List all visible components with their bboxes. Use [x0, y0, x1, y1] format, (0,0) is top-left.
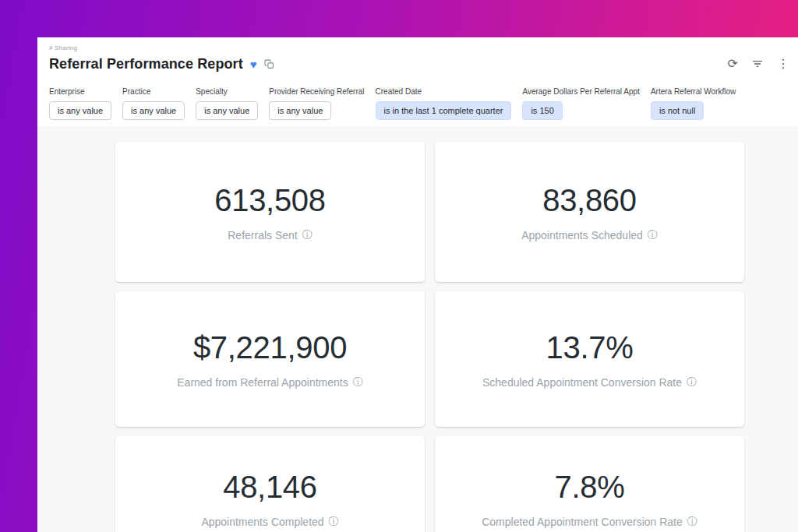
kpi-tile-appointments-scheduled: 83,860 Appointments Scheduled ⓘ: [435, 142, 744, 282]
filter-created-date: Created Date is in the last 1 complete q…: [376, 87, 512, 120]
filter-label: Practice: [122, 87, 185, 97]
filter-label: Created Date: [376, 87, 512, 97]
filter-provider-receiving-referral: Provider Receiving Referral is any value: [269, 87, 364, 120]
info-icon[interactable]: ⓘ: [353, 377, 363, 387]
kpi-value: 613,508: [214, 183, 326, 217]
tile-grid: 613,508 Referrals Sent ⓘ 83,860 Appointm…: [115, 142, 798, 532]
filter-chip-specialty[interactable]: is any value: [196, 101, 258, 120]
kpi-label-row: Appointments Completed ⓘ: [201, 516, 338, 528]
dashboard-body: 613,508 Referrals Sent ⓘ 83,860 Appointm…: [37, 126, 798, 532]
refresh-button[interactable]: ⟳: [726, 56, 740, 72]
kpi-label: Appointments Completed: [201, 516, 323, 528]
filter-label: Provider Receiving Referral: [269, 87, 364, 97]
kpi-label-row: Referrals Sent ⓘ: [228, 229, 312, 241]
title-row: Referral Performance Report ♥ ⟳ ⋮: [49, 55, 793, 73]
kpi-value: $7,221,900: [193, 330, 347, 365]
dashboard-header: # Sharing Referral Performance Report ♥ …: [37, 37, 798, 73]
kpi-tile-earned-from-referrals: $7,221,900 Earned from Referral Appointm…: [115, 291, 425, 427]
copy-icon[interactable]: [264, 59, 274, 69]
info-icon[interactable]: ⓘ: [687, 377, 697, 387]
kpi-label-row: Scheduled Appointment Conversion Rate ⓘ: [482, 376, 697, 389]
info-icon[interactable]: ⓘ: [687, 516, 697, 527]
kpi-label: Scheduled Appointment Conversion Rate: [482, 376, 682, 389]
filter-label: Enterprise: [49, 87, 111, 97]
kpi-label: Completed Appointment Conversion Rate: [482, 516, 683, 528]
filter-practice: Practice is any value: [122, 87, 185, 120]
filter-artera-referral-workflow: Artera Referral Workflow is not null: [651, 87, 736, 120]
heart-icon: ♥: [250, 58, 257, 70]
kpi-value: 7.8%: [555, 470, 625, 504]
filter-enterprise: Enterprise is any value: [49, 87, 111, 120]
filter-bar: Enterprise is any value Practice is any …: [37, 73, 798, 126]
kpi-label-row: Appointments Scheduled ⓘ: [521, 229, 658, 241]
filter-label: Specialty: [196, 87, 258, 97]
kpi-label: Appointments Scheduled: [521, 229, 643, 241]
kpi-label-row: Earned from Referral Appointments ⓘ: [177, 376, 362, 389]
dashboard-window: # Sharing Referral Performance Report ♥ …: [37, 37, 798, 532]
filter-list-icon: [751, 58, 764, 70]
filter-chip-practice[interactable]: is any value: [122, 101, 185, 120]
kpi-value: 48,146: [223, 470, 317, 504]
filter-specialty: Specialty is any value: [196, 87, 258, 120]
filter-average-dollars: Average Dollars Per Referral Appt is 150: [522, 87, 639, 120]
kebab-icon: ⋮: [777, 58, 789, 70]
filter-chip-created-date[interactable]: is in the last 1 complete quarter: [376, 101, 512, 120]
filter-label: Artera Referral Workflow: [651, 87, 736, 97]
filter-label: Average Dollars Per Referral Appt: [522, 87, 639, 97]
info-icon[interactable]: ⓘ: [648, 230, 658, 240]
kpi-tile-appointments-completed: 48,146 Appointments Completed ⓘ: [115, 436, 425, 532]
header-actions: ⟳ ⋮: [726, 56, 793, 72]
sharing-label: # Sharing: [49, 44, 793, 52]
kpi-label: Earned from Referral Appointments: [177, 376, 348, 389]
refresh-icon: ⟳: [728, 58, 738, 70]
kpi-tile-referrals-sent: 613,508 Referrals Sent ⓘ: [115, 142, 425, 282]
more-menu-button[interactable]: ⋮: [775, 56, 791, 72]
kpi-tile-scheduled-conversion-rate: 13.7% Scheduled Appointment Conversion R…: [435, 291, 744, 427]
filter-chip-average-dollars[interactable]: is 150: [522, 101, 562, 120]
filter-button[interactable]: [750, 56, 765, 72]
filter-chip-provider[interactable]: is any value: [269, 101, 331, 120]
filter-chip-enterprise[interactable]: is any value: [49, 101, 111, 120]
info-icon[interactable]: ⓘ: [329, 516, 339, 527]
info-icon[interactable]: ⓘ: [302, 230, 312, 240]
filter-chip-artera-workflow[interactable]: is not null: [651, 101, 704, 120]
kpi-value: 13.7%: [546, 330, 634, 365]
kpi-tile-completed-conversion-rate: 7.8% Completed Appointment Conversion Ra…: [435, 436, 744, 532]
page-title: Referral Performance Report: [49, 56, 243, 72]
kpi-label-row: Completed Appointment Conversion Rate ⓘ: [482, 516, 697, 528]
kpi-label: Referrals Sent: [228, 229, 297, 241]
kpi-value: 83,860: [542, 183, 637, 217]
